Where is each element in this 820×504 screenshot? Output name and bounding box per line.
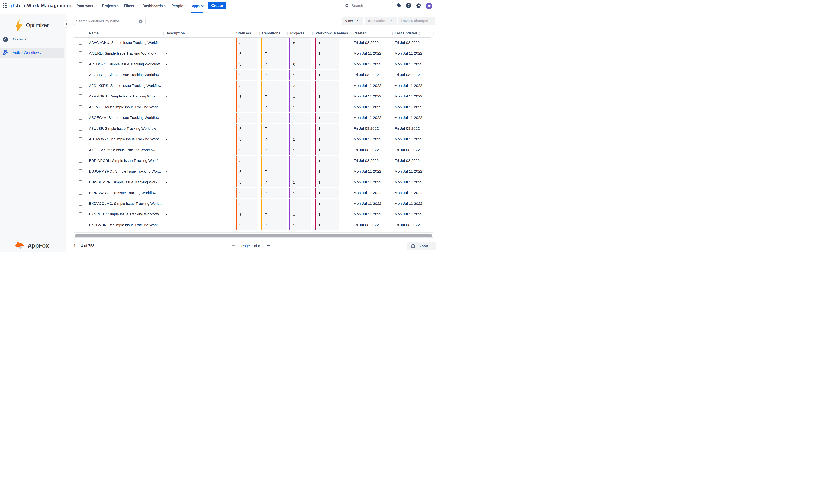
- svg-text:?: ?: [408, 4, 410, 7]
